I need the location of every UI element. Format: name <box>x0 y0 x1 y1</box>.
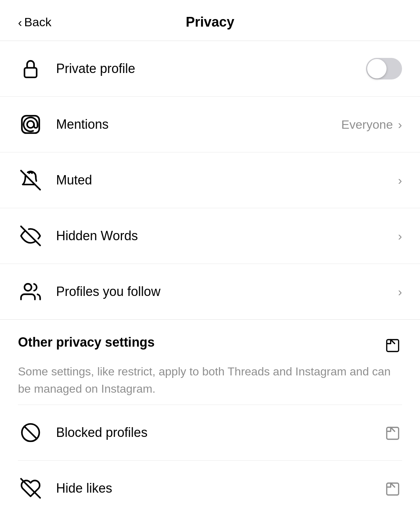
chevron-right-icon: › <box>398 173 402 187</box>
back-label: Back <box>24 15 51 29</box>
page-title: Privacy <box>186 14 234 30</box>
toggle-knob <box>367 59 387 78</box>
menu-item-left: Blocked profiles <box>18 420 147 445</box>
profiles-follow-label: Profiles you follow <box>56 284 160 299</box>
chevron-right-icon: › <box>398 285 402 299</box>
back-button[interactable]: ‹ Back <box>18 15 51 29</box>
mentions-label: Mentions <box>56 117 109 132</box>
svg-line-6 <box>391 340 395 344</box>
muted-icon <box>18 168 43 193</box>
external-items-list: Blocked profiles Hide likes <box>18 405 402 516</box>
people-icon <box>18 279 43 304</box>
svg-point-4 <box>24 284 31 291</box>
other-privacy-description: Some settings, like restrict, apply to b… <box>18 363 402 401</box>
blocked-profiles-item[interactable]: Blocked profiles <box>18 405 402 461</box>
svg-line-10 <box>391 428 395 432</box>
back-chevron-icon: ‹ <box>18 16 22 28</box>
external-link-icon <box>383 424 402 443</box>
at-icon <box>18 112 43 137</box>
profiles-follow-item[interactable]: Profiles you follow › <box>0 264 420 319</box>
blocked-profiles-label: Blocked profiles <box>56 425 147 440</box>
hidden-words-label: Hidden Words <box>56 228 138 243</box>
chevron-right-icon: › <box>398 229 402 243</box>
svg-rect-1 <box>22 116 39 133</box>
muted-item[interactable]: Muted › <box>0 152 420 208</box>
svg-line-13 <box>391 483 395 487</box>
mentions-value: Everyone <box>341 118 393 132</box>
muted-control: › <box>398 173 402 187</box>
muted-label: Muted <box>56 173 92 188</box>
mentions-item[interactable]: Mentions Everyone › <box>0 97 420 152</box>
hide-likes-label: Hide likes <box>56 481 112 496</box>
external-link-icon <box>383 480 402 498</box>
menu-item-left: Muted <box>18 168 92 193</box>
private-profile-toggle[interactable] <box>366 58 402 79</box>
menu-item-left: Mentions <box>18 112 109 137</box>
lock-icon <box>18 56 43 81</box>
other-privacy-header: Other privacy settings <box>18 335 402 355</box>
hidden-words-item[interactable]: Hidden Words › <box>0 208 420 264</box>
menu-item-left: Hidden Words <box>18 223 138 248</box>
svg-rect-0 <box>24 68 37 78</box>
external-link-icon <box>383 336 402 355</box>
header: ‹ Back Privacy <box>0 0 420 41</box>
menu-item-left: Hide likes <box>18 476 112 501</box>
hide-likes-item[interactable]: Hide likes <box>18 461 402 516</box>
hidden-words-icon <box>18 223 43 248</box>
private-profile-control <box>366 58 402 79</box>
profiles-follow-control: › <box>398 285 402 299</box>
hide-likes-icon <box>18 476 43 501</box>
other-privacy-section: Other privacy settings Some settings, li… <box>0 319 420 523</box>
hidden-words-control: › <box>398 229 402 243</box>
svg-line-8 <box>24 426 37 439</box>
menu-item-left: Private profile <box>18 56 135 81</box>
privacy-menu-list: Private profile Mentions Everyone › <box>0 41 420 319</box>
other-privacy-title: Other privacy settings <box>18 335 155 350</box>
chevron-right-icon: › <box>398 118 402 132</box>
svg-line-2 <box>21 170 40 190</box>
private-profile-label: Private profile <box>56 61 135 76</box>
blocked-icon <box>18 420 43 445</box>
mentions-control: Everyone › <box>341 118 402 132</box>
private-profile-item[interactable]: Private profile <box>0 41 420 97</box>
menu-item-left: Profiles you follow <box>18 279 160 304</box>
